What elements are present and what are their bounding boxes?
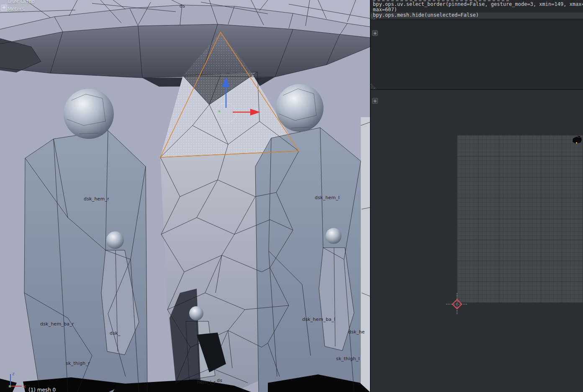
log-line[interactable]: bpy.ops.uv.select_border(pinned=False, g… [371,2,583,7]
resize-grip-icon[interactable] [371,83,377,89]
clipped-log-line [373,0,511,1]
viewport-scene: x z [0,0,370,392]
info-log-region[interactable]: bpy.ops.uv.select_border(pinned=False, g… [371,0,583,20]
blender-window: x z User Ortho Meters + ds dsk_hem_r dsk… [0,0,583,392]
expand-panel-icon[interactable]: + [372,30,378,36]
log-line[interactable]: max=607) [371,7,583,13]
object-info-label: (1) mesh 0 [28,387,56,392]
uv-grid[interactable] [457,135,583,302]
axis-z-label: z [12,371,15,377]
expand-panel-icon[interactable]: + [1,5,7,11]
3d-viewport[interactable]: x z User Ortho Meters + ds dsk_hem_r dsk… [0,0,370,392]
log-line-selected[interactable]: bpy.ops.mesh.hide(unselected=False) [371,13,583,18]
uv-island[interactable] [570,136,582,147]
uv-2d-cursor [444,292,470,317]
expand-panel-icon[interactable]: + [372,98,378,104]
uv-image-editor[interactable]: + [371,90,583,392]
right-panel: bpy.ops.uv.select_border(pinned=False, g… [370,0,583,392]
empty-editor-region[interactable]: + [371,20,583,90]
axis-x-label: x [23,384,26,389]
